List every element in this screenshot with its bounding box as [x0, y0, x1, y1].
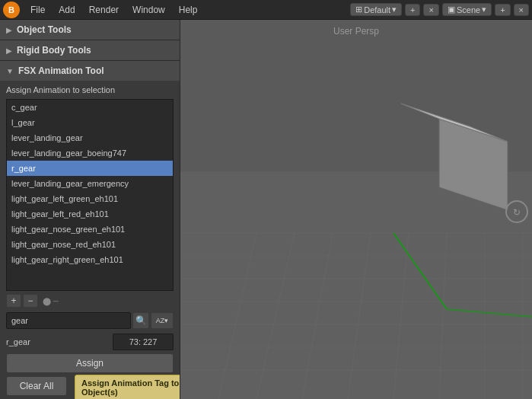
- list-item[interactable]: light_gear_nose_green_eh101: [7, 222, 173, 237]
- svg-rect-1: [180, 171, 532, 399]
- menu-file[interactable]: File: [24, 3, 51, 17]
- view-mode-label: Default: [364, 5, 390, 14]
- close-view-button[interactable]: ×: [423, 4, 438, 16]
- list-item[interactable]: lever_landing_gear_boeing747: [7, 145, 173, 161]
- search-icon: 🔍: [135, 315, 147, 326]
- search-row: 🔍 AZ▾: [6, 312, 174, 329]
- rigid-body-tools-section: ▶ Rigid Body Tools: [0, 40, 180, 61]
- plus-view-button[interactable]: +: [405, 4, 420, 16]
- 3d-viewport[interactable]: ↻ User Persp: [180, 20, 532, 399]
- tooltip: Assign Animation Tag to selected Object(…: [75, 375, 180, 399]
- menu-render[interactable]: Render: [83, 3, 125, 17]
- close-icon: ×: [428, 5, 433, 14]
- plus-scene-button[interactable]: +: [495, 4, 510, 16]
- selected-item-row: r_gear 73: 227: [6, 334, 174, 350]
- tooltip-title: Assign Animation Tag to selected Object(…: [81, 378, 180, 397]
- remove-item-button[interactable]: −: [23, 294, 38, 308]
- menu-add[interactable]: Add: [53, 3, 81, 17]
- scroll-indicator: ⬤ ─: [43, 294, 59, 308]
- camera-mode-button[interactable]: ▣ Scene ▾: [442, 3, 492, 16]
- viewport-grid: ↻: [180, 20, 532, 399]
- assign-animation-label: Assign Animation to selection: [0, 81, 180, 97]
- chevron-down-icon: ▾: [392, 5, 397, 14]
- list-item[interactable]: lever_landing_gear: [7, 130, 173, 145]
- list-item[interactable]: light_gear_left_green_eh101: [7, 191, 173, 206]
- list-item[interactable]: lever_landing_gear_emergency: [7, 176, 173, 191]
- menu-help[interactable]: Help: [173, 3, 204, 17]
- list-item[interactable]: light_gear_nose_red_eh101: [7, 237, 173, 252]
- list-item[interactable]: light_gear_right_green_eh101: [7, 252, 173, 267]
- svg-text:↻: ↻: [513, 207, 521, 218]
- list-item[interactable]: l_gear: [7, 115, 173, 130]
- list-item[interactable]: r_gear: [7, 161, 173, 176]
- close-scene-button[interactable]: ×: [514, 4, 529, 16]
- frame-range-display[interactable]: 73: 227: [113, 334, 174, 350]
- fsx-animation-section: ▼ FSX Animation Tool Assign Animation to…: [0, 61, 180, 399]
- close-scene-icon: ×: [519, 5, 524, 14]
- chevron-down-icon2: ▾: [482, 5, 486, 14]
- fsx-title: FSX Animation Tool: [18, 65, 104, 76]
- list-item[interactable]: c_gear: [7, 100, 173, 115]
- plus-scene-icon: +: [500, 5, 505, 14]
- blender-logo[interactable]: B: [3, 2, 20, 18]
- object-tools-section: ▶ Object Tools: [0, 20, 180, 40]
- object-tools-header[interactable]: ▶ Object Tools: [0, 20, 180, 40]
- fsx-arrow: ▼: [6, 67, 14, 75]
- viewport-label: User Persp: [333, 26, 379, 37]
- add-item-button[interactable]: +: [6, 294, 21, 308]
- menu-bar: B File Add Render Window Help ⊞ Default …: [0, 0, 532, 20]
- fsx-animation-header[interactable]: ▼ FSX Animation Tool: [0, 61, 180, 81]
- scene-label: Scene: [457, 5, 480, 14]
- grid-icon: ⊞: [355, 5, 362, 14]
- list-item[interactable]: light_gear_left_red_eh101: [7, 206, 173, 222]
- rigid-body-tools-header[interactable]: ▶ Rigid Body Tools: [0, 40, 180, 60]
- search-icon-button[interactable]: 🔍: [132, 312, 149, 329]
- sort-icon: AZ▾: [156, 317, 169, 324]
- list-controls-row: + − ⬤ ─: [6, 294, 174, 308]
- animation-list[interactable]: c_gearl_gearlever_landing_gearlever_land…: [7, 100, 173, 290]
- clear-all-button[interactable]: Clear All: [6, 376, 67, 396]
- view-mode-button[interactable]: ⊞ Default ▾: [350, 3, 402, 16]
- left-panel: ▶ Object Tools ▶ Rigid Body Tools ▼ FSX …: [0, 20, 180, 399]
- rigid-body-arrow: ▶: [6, 46, 12, 55]
- main-layout: ▶ Object Tools ▶ Rigid Body Tools ▼ FSX …: [0, 20, 532, 399]
- assign-button[interactable]: Assign: [6, 353, 174, 373]
- selected-item-name: r_gear: [6, 337, 110, 346]
- plus-icon: +: [410, 5, 415, 14]
- animation-list-container: c_gearl_gearlever_landing_gearlever_land…: [6, 99, 174, 291]
- search-input[interactable]: [6, 312, 131, 329]
- rigid-body-title: Rigid Body Tools: [17, 45, 91, 56]
- object-tools-title: Object Tools: [17, 24, 72, 35]
- camera-icon: ▣: [448, 5, 455, 14]
- sort-button[interactable]: AZ▾: [151, 312, 174, 329]
- menu-window[interactable]: Window: [126, 3, 171, 17]
- bottom-row: Clear All Assign Animation Tag to select…: [6, 376, 174, 396]
- object-tools-arrow: ▶: [6, 26, 12, 34]
